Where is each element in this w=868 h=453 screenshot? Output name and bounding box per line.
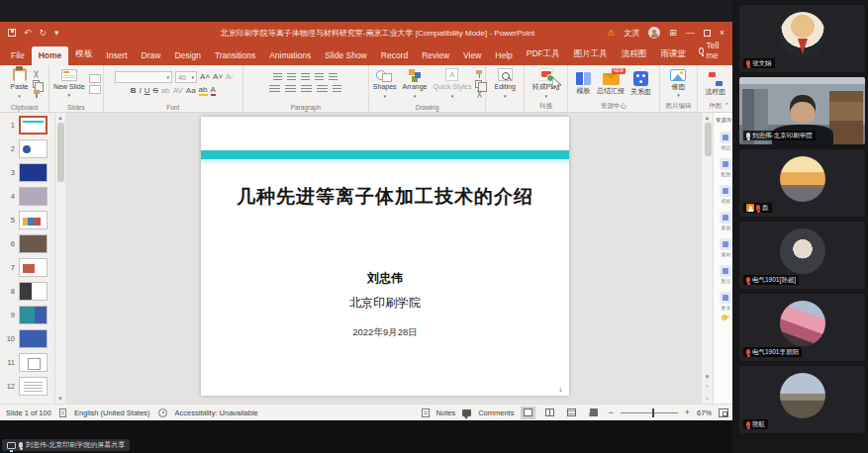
collapse-ribbon-icon[interactable]: ⌃ xyxy=(723,102,729,110)
account-avatar[interactable] xyxy=(648,27,660,39)
format-painter-icon[interactable] xyxy=(33,90,41,98)
thumbnail-row[interactable]: 11 xyxy=(0,350,54,374)
participant-tile[interactable]: 磊 xyxy=(739,149,865,217)
relation-diagram-button[interactable]: 关系图 xyxy=(628,68,653,99)
tab-transitions[interactable]: Transitions xyxy=(208,46,262,65)
cut-icon[interactable] xyxy=(33,70,41,78)
sidebar-item[interactable]: 素材 xyxy=(720,238,731,258)
slide-9-thumbnail[interactable] xyxy=(19,306,48,324)
previous-slide-icon[interactable]: ⌃ xyxy=(702,384,713,391)
slide-2-thumbnail[interactable] xyxy=(19,139,48,158)
new-slide-button[interactable]: New Slide▾ xyxy=(51,68,87,99)
tab-view[interactable]: View xyxy=(456,46,488,65)
sidebar-item[interactable]: 更多 xyxy=(720,292,731,312)
participant-tile[interactable]: 电气1901[孙超] xyxy=(739,222,865,289)
clear-formatting-icon[interactable]: A̷ xyxy=(226,73,231,81)
slide-layout-icon[interactable] xyxy=(89,74,101,83)
tab-draw[interactable]: Draw xyxy=(135,46,168,65)
reset-slide-icon[interactable] xyxy=(89,85,101,94)
normal-view-button[interactable] xyxy=(521,407,535,419)
sidebar-item[interactable]: 模板 xyxy=(720,185,731,205)
flowchart-button[interactable]: 流程图 xyxy=(703,68,727,99)
next-slide-icon[interactable]: ⌄ xyxy=(702,394,713,401)
shrink-font-icon[interactable]: A˅ xyxy=(213,73,223,81)
slide-10-thumbnail[interactable] xyxy=(19,329,48,348)
scroll-up-icon[interactable]: ▲ xyxy=(702,115,713,121)
zoom-slider-thumb[interactable] xyxy=(652,408,655,417)
strikethrough-button[interactable]: S xyxy=(152,87,157,95)
participant-tile[interactable]: 电气1901李晨阳 xyxy=(739,294,865,361)
text-shadow-icon[interactable]: ab xyxy=(161,87,170,95)
slide-6-thumbnail[interactable] xyxy=(19,234,48,253)
sidebar-item[interactable]: 图示 xyxy=(720,265,731,285)
thumbnail-row[interactable]: 2 xyxy=(0,136,54,160)
redo-icon[interactable]: ↻ xyxy=(40,29,48,38)
numbering-icon[interactable] xyxy=(287,73,296,82)
spellcheck-icon[interactable] xyxy=(59,408,66,417)
slide-5-thumbnail[interactable] xyxy=(19,211,48,229)
undo-icon[interactable]: ↶ xyxy=(24,29,32,38)
thumbnail-row[interactable]: 1 xyxy=(0,113,54,136)
sidebar-item[interactable]: 案例 xyxy=(720,212,731,231)
sidebar-item[interactable]: 精品 xyxy=(720,132,731,151)
language-indicator[interactable]: English (United States) xyxy=(74,408,150,417)
shape-outline-icon[interactable] xyxy=(475,80,482,88)
qat-dropdown-icon[interactable]: ▾ xyxy=(54,29,59,38)
tab-picture-tools[interactable]: 图片工具 xyxy=(567,45,615,65)
highlight-color-icon[interactable]: ab xyxy=(199,86,208,96)
save-icon[interactable] xyxy=(8,29,16,37)
participant-tile[interactable]: 熊航 xyxy=(739,366,865,433)
slide-author[interactable]: 刘忠伟 xyxy=(201,270,569,287)
ribbon-display-options-icon[interactable]: ⊞ xyxy=(669,29,677,38)
align-left-icon[interactable] xyxy=(269,85,280,94)
zoom-out-icon[interactable]: − xyxy=(608,408,613,417)
tell-me-button[interactable]: Tell me xyxy=(693,37,727,65)
retouch-button[interactable]: 修图▾ xyxy=(668,68,688,99)
zoom-in-icon[interactable]: + xyxy=(685,408,690,417)
tab-review[interactable]: Review xyxy=(415,46,456,65)
comments-toggle[interactable]: Comments xyxy=(478,408,514,417)
slide-7-thumbnail[interactable] xyxy=(19,258,48,277)
change-case-icon[interactable]: Aa xyxy=(186,87,196,95)
slide-title[interactable]: 几种先进等离子体加工技术的介绍 xyxy=(201,184,569,210)
font-name-select[interactable]: ▾ xyxy=(115,71,172,83)
italic-button[interactable]: I xyxy=(139,87,141,95)
slide-1-thumbnail[interactable] xyxy=(19,116,48,135)
justify-icon[interactable] xyxy=(317,85,328,94)
thumbnail-row[interactable]: 5 xyxy=(0,208,54,231)
template-button[interactable]: 模板 xyxy=(574,68,593,99)
scrollbar-thumb[interactable] xyxy=(57,123,64,182)
shape-effects-icon[interactable] xyxy=(475,90,483,98)
reading-view-button[interactable] xyxy=(564,407,579,419)
scrollbar-thumb[interactable] xyxy=(705,123,712,156)
slide-sorter-view-button[interactable] xyxy=(542,407,557,419)
slideshow-view-button[interactable] xyxy=(586,407,601,419)
fit-to-window-icon[interactable] xyxy=(719,408,728,417)
thumbnail-row[interactable]: 7 xyxy=(0,255,54,279)
scroll-down-icon[interactable]: ▼ xyxy=(55,396,65,402)
tab-slide-show[interactable]: Slide Show xyxy=(318,46,374,65)
decrease-indent-icon[interactable] xyxy=(301,73,310,82)
slide-date[interactable]: 2022年9月28日 xyxy=(201,326,569,339)
thumbnail-row[interactable]: 6 xyxy=(0,231,54,255)
zoom-level[interactable]: 67% xyxy=(697,408,712,417)
arrange-button[interactable]: Arrange▾ xyxy=(401,68,430,99)
participant-tile[interactable]: 张文娟 xyxy=(739,5,865,72)
accessibility-status[interactable]: Accessibility: Unavailable xyxy=(175,408,258,417)
tab-record[interactable]: Record xyxy=(374,46,415,65)
tab-flowchart[interactable]: 流程图 xyxy=(615,45,654,65)
slide-4-thumbnail[interactable] xyxy=(19,187,48,206)
quick-styles-button[interactable]: A Quick Styles▾ xyxy=(431,68,473,99)
tab-animations[interactable]: Animations xyxy=(262,46,318,65)
restore-button[interactable] xyxy=(704,30,711,37)
scroll-down-icon[interactable]: ▼ xyxy=(702,374,713,380)
bold-button[interactable]: B xyxy=(131,87,137,95)
columns-icon[interactable] xyxy=(333,85,341,94)
thumbnail-row[interactable]: 9 xyxy=(0,303,54,326)
align-center-icon[interactable] xyxy=(285,85,296,94)
notes-toggle[interactable]: Notes xyxy=(436,408,456,417)
copy-icon[interactable] xyxy=(33,80,40,88)
thumbnail-row[interactable]: 4 xyxy=(0,184,54,208)
slide-12-thumbnail[interactable] xyxy=(19,377,48,396)
line-spacing-icon[interactable] xyxy=(329,73,338,82)
